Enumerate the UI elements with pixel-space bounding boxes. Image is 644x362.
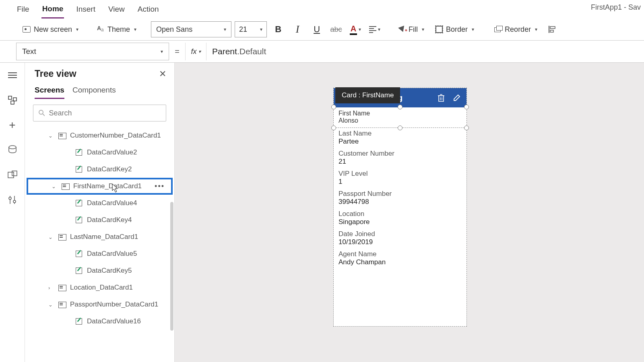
svg-rect-2 [550, 30, 553, 32]
new-screen-button[interactable]: New screen ▾ [19, 23, 83, 36]
field-value: 21 [339, 158, 462, 166]
svg-rect-1 [550, 27, 555, 29]
tree-item-lastname-datacard1[interactable]: ⌄LastName_DataCard1 [25, 228, 174, 245]
border-button[interactable]: Border ▾ [431, 23, 478, 36]
field-value: 39944798 [339, 198, 462, 206]
theme-icon [97, 26, 104, 33]
search-field[interactable] [49, 109, 161, 117]
formula-token-parent: Parent [212, 47, 237, 56]
resize-handle[interactable] [398, 105, 402, 109]
data-card-vip-level[interactable]: VIP Level1 [334, 168, 466, 188]
datacard-icon [58, 233, 66, 241]
resize-handle[interactable] [464, 125, 469, 130]
datacard-icon [58, 132, 66, 139]
property-select[interactable]: Text ▾ [16, 43, 169, 60]
resize-handle[interactable] [331, 125, 336, 130]
tab-components[interactable]: Components [72, 86, 116, 99]
reorder-icon [494, 26, 502, 33]
formula-input[interactable]: Parent.Default [206, 43, 644, 60]
font-size-select[interactable]: 21 ▾ [235, 21, 267, 37]
bold-button[interactable]: B [270, 21, 286, 37]
font-family-value: Open Sans [156, 25, 192, 34]
menu-insert[interactable]: Insert [75, 3, 96, 18]
chevron-down-icon[interactable]: ⌄ [48, 302, 54, 308]
tree-item-datacardkey2[interactable]: DataCardKey2 [25, 161, 174, 178]
chevron-down-icon: ▾ [224, 27, 226, 32]
form-preview[interactable]: Card : FirstName ling First NameAlonsoLa… [333, 88, 467, 327]
chevron-right-icon[interactable]: › [48, 285, 54, 291]
font-family-select[interactable]: Open Sans ▾ [151, 21, 231, 37]
resize-handle[interactable] [464, 105, 469, 109]
edit-icon [75, 200, 83, 207]
edit-icon[interactable] [453, 94, 461, 102]
align-objects-button[interactable] [545, 21, 561, 37]
field-value: 10/19/2019 [339, 238, 462, 246]
tree-tabs: Screens Components [25, 82, 174, 99]
fx-button[interactable]: fx ▾ [185, 43, 206, 60]
tree-item-passportnumber-datacard1[interactable]: ⌄PassportNumber_DataCard1 [25, 296, 174, 313]
tree-item-datacardkey4[interactable]: DataCardKey4 [25, 212, 174, 228]
field-value: Andy Champan [339, 258, 462, 266]
tree-item-customernumber-datacard1[interactable]: ⌄CustomerNumber_DataCard1 [25, 127, 174, 144]
data-card-agent-name[interactable]: Agent NameAndy Champan [334, 249, 466, 269]
canvas[interactable]: Card : FirstName ling First NameAlonsoLa… [175, 63, 644, 362]
tree-item-datacardvalue16[interactable]: DataCardValue16 [25, 313, 174, 330]
svg-line-14 [43, 114, 45, 116]
fill-button[interactable]: Fill ▾ [395, 23, 428, 36]
edit-icon [75, 250, 83, 257]
menu-bar: File Home Insert View Action FirstApp1 -… [0, 0, 644, 19]
tree-item-location-datacard1[interactable]: ›Location_DataCard1 [25, 279, 174, 296]
svg-rect-8 [12, 171, 17, 176]
media-icon[interactable] [7, 170, 18, 180]
font-color-button[interactable]: A ▾ [347, 21, 363, 37]
data-card-first-name[interactable]: First NameAlonso [334, 107, 466, 128]
theme-button[interactable]: Theme ▾ [93, 23, 140, 36]
scrollbar-thumb[interactable] [170, 202, 173, 331]
data-card-date-joined[interactable]: Date Joined10/19/2019 [334, 228, 466, 249]
field-value: 1 [339, 178, 462, 186]
data-card-location[interactable]: LocationSingapore [334, 208, 466, 228]
resize-handle[interactable] [331, 105, 336, 109]
screen-icon [23, 26, 31, 33]
tree-view-icon[interactable] [7, 95, 18, 105]
advanced-icon[interactable] [7, 195, 18, 205]
data-card-last-name[interactable]: Last NamePartee [334, 128, 466, 148]
hamburger-icon[interactable] [7, 70, 18, 80]
resize-handle[interactable] [398, 125, 402, 130]
edit-icon [75, 267, 83, 274]
menu-home[interactable]: Home [41, 3, 64, 19]
data-card-passport-number[interactable]: Passport Number39944798 [334, 188, 466, 208]
field-label: Passport Number [339, 190, 462, 198]
chevron-down-icon: ▾ [535, 27, 537, 32]
menu-action[interactable]: Action [137, 3, 160, 18]
italic-button[interactable]: I [289, 21, 305, 37]
tree-item-label: DataCardKey5 [87, 267, 132, 275]
more-icon[interactable]: ••• [155, 182, 165, 191]
tree-item-datacardkey5[interactable]: DataCardKey5 [25, 262, 174, 279]
tree-item-firstname-datacard1[interactable]: ⌄FirstName_DataCard1••• [27, 178, 173, 195]
menu-view[interactable]: View [107, 3, 126, 18]
chevron-down-icon[interactable]: ⌄ [48, 234, 54, 240]
menu-file[interactable]: File [16, 3, 30, 18]
insert-icon[interactable]: + [7, 120, 18, 130]
svg-rect-5 [11, 101, 14, 104]
tree-item-datacardvalue5[interactable]: DataCardValue5 [25, 245, 174, 262]
chevron-down-icon[interactable]: ⌄ [52, 183, 57, 189]
reorder-button[interactable]: Reorder ▾ [490, 23, 541, 36]
trash-icon[interactable] [438, 94, 445, 102]
data-card-customer-number[interactable]: Customer Number21 [334, 148, 466, 168]
data-icon[interactable] [7, 145, 18, 155]
text-align-button[interactable]: ▾ [367, 21, 383, 37]
close-icon[interactable]: ✕ [159, 69, 166, 79]
tree-item-label: DataCardValue5 [87, 250, 137, 258]
datacard-icon [58, 284, 66, 291]
underline-button[interactable]: U [309, 21, 325, 37]
chevron-down-icon[interactable]: ⌄ [48, 133, 54, 139]
tree-item-datacardvalue2[interactable]: DataCardValue2 [25, 144, 174, 161]
chevron-down-icon: ▾ [472, 27, 474, 32]
chevron-down-icon: ▾ [134, 27, 136, 32]
tree-item-datacardvalue4[interactable]: DataCardValue4 [25, 195, 174, 212]
tab-screens[interactable]: Screens [35, 86, 64, 99]
search-input[interactable] [33, 105, 166, 121]
strikethrough-button[interactable]: abc [328, 21, 344, 37]
